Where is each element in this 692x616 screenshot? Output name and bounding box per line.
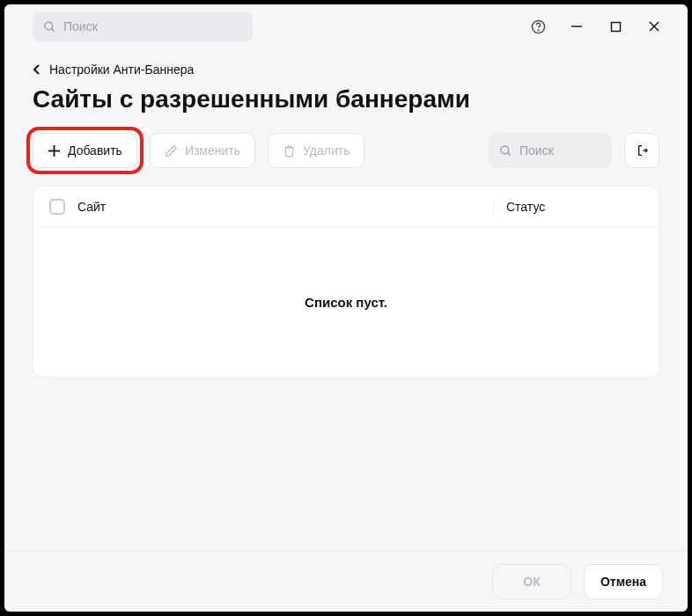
maximize-icon: [610, 21, 622, 33]
select-all-checkbox[interactable]: [49, 199, 65, 215]
export-icon: [635, 143, 649, 158]
breadcrumb-text: Настройки Анти-Баннера: [49, 62, 194, 77]
toolbar: Добавить Изменить Удалить Поиск: [33, 133, 659, 168]
delete-button[interactable]: Удалить: [268, 133, 364, 168]
plus-icon: [48, 144, 61, 158]
delete-button-label: Удалить: [303, 143, 350, 158]
table-search-input[interactable]: Поиск: [489, 133, 612, 168]
add-button[interactable]: Добавить: [33, 133, 137, 168]
help-icon: [531, 19, 546, 34]
pencil-icon: [165, 144, 178, 158]
empty-text: Список пуст.: [305, 295, 387, 310]
titlebar: Поиск: [4, 4, 688, 48]
trash-icon: [283, 144, 296, 158]
dialog-footer: ОК Отмена: [4, 550, 688, 612]
table-header-row: Сайт Статус: [33, 187, 659, 227]
cancel-button-label: Отмена: [600, 575, 646, 589]
close-button[interactable]: [635, 7, 674, 46]
settings-window: Поиск Настройки Анти-Баннера Сайты с раз…: [4, 4, 688, 612]
page-title: Сайты с разрешенными баннерами: [33, 85, 659, 114]
svg-point-3: [538, 29, 539, 30]
edit-button[interactable]: Изменить: [150, 133, 255, 168]
table-search-placeholder: Поиск: [519, 143, 554, 158]
svg-rect-5: [611, 22, 620, 31]
global-search-placeholder: Поиск: [63, 19, 98, 33]
chevron-left-icon: [33, 63, 40, 76]
breadcrumb[interactable]: Настройки Анти-Баннера: [33, 62, 659, 77]
cancel-button[interactable]: Отмена: [584, 564, 663, 599]
export-button[interactable]: [624, 133, 659, 168]
content-area: Настройки Анти-Баннера Сайты с разрешенн…: [4, 48, 688, 550]
minimize-icon: [571, 20, 583, 33]
svg-line-1: [51, 28, 54, 31]
svg-line-11: [507, 152, 510, 155]
column-header-status[interactable]: Статус: [493, 200, 643, 214]
ok-button-label: ОК: [523, 575, 540, 589]
help-button[interactable]: [519, 7, 557, 46]
table-empty-state: Список пуст.: [33, 227, 659, 377]
maximize-button[interactable]: [596, 7, 635, 46]
column-header-site[interactable]: Сайт: [77, 200, 493, 214]
sites-table: Сайт Статус Список пуст.: [33, 186, 659, 378]
edit-button-label: Изменить: [185, 143, 240, 158]
close-icon: [648, 20, 660, 33]
svg-point-0: [45, 21, 53, 29]
ok-button[interactable]: ОК: [492, 564, 571, 599]
minimize-button[interactable]: [557, 7, 596, 46]
search-icon: [43, 20, 56, 33]
search-icon: [499, 144, 512, 158]
svg-point-10: [501, 145, 509, 153]
add-button-label: Добавить: [68, 143, 122, 158]
global-search-input[interactable]: Поиск: [33, 11, 253, 41]
